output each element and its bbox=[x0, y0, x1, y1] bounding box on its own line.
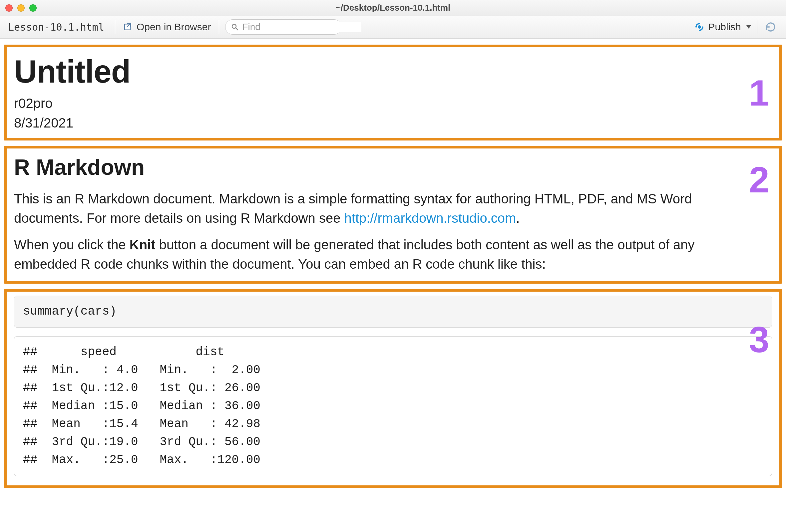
refresh-button[interactable] bbox=[763, 20, 778, 33]
section-paragraph-1: This is an R Markdown document. Markdown… bbox=[14, 189, 757, 228]
rmarkdown-link[interactable]: http://rmarkdown.rstudio.com bbox=[344, 211, 516, 225]
find-input[interactable] bbox=[242, 22, 361, 32]
file-name-label: Lesson-10.1.html bbox=[8, 21, 109, 33]
annotation-box-3: 3 summary(cars) ## speed dist ## Min. : … bbox=[4, 289, 782, 488]
code-input-block: summary(cars) bbox=[14, 296, 772, 328]
separator bbox=[219, 20, 219, 33]
separator bbox=[115, 20, 115, 33]
annotation-number-1: 1 bbox=[749, 72, 769, 114]
section-paragraph-2: When you click the Knit button a documen… bbox=[14, 235, 757, 274]
separator bbox=[757, 20, 757, 33]
code-output-block: ## speed dist ## Min. : 4.0 Min. : 2.00 … bbox=[14, 336, 772, 476]
document-date: 8/31/2021 bbox=[14, 116, 772, 130]
document-title: Untitled bbox=[14, 53, 772, 90]
window-titlebar: ~/Desktop/Lesson-10.1.html bbox=[0, 0, 786, 16]
open-in-browser-label: Open in Browser bbox=[137, 21, 211, 33]
viewer-toolbar: Lesson-10.1.html Open in Browser bbox=[0, 16, 786, 39]
document-author: r02pro bbox=[14, 96, 772, 111]
publish-label: Publish bbox=[709, 21, 741, 33]
chevron-down-icon bbox=[746, 25, 751, 29]
svg-line-2 bbox=[236, 28, 238, 30]
annotation-number-2: 2 bbox=[749, 159, 769, 201]
close-window-button[interactable] bbox=[5, 4, 13, 11]
search-icon bbox=[231, 23, 239, 31]
publish-button[interactable]: Publish bbox=[694, 21, 751, 33]
find-box[interactable] bbox=[225, 19, 342, 34]
paragraph-text: . bbox=[516, 211, 519, 225]
maximize-window-button[interactable] bbox=[29, 4, 37, 11]
annotation-box-2: 2 R Markdown This is an R Markdown docum… bbox=[4, 146, 782, 284]
knit-bold: Knit bbox=[130, 237, 156, 252]
section-heading: R Markdown bbox=[14, 154, 772, 180]
svg-point-3 bbox=[698, 25, 701, 29]
annotation-number-3: 3 bbox=[749, 318, 769, 361]
annotation-box-1: 1 Untitled r02pro 8/31/2021 bbox=[4, 45, 782, 141]
paragraph-text: When you click the bbox=[14, 237, 130, 252]
publish-icon bbox=[694, 22, 704, 32]
refresh-icon bbox=[765, 22, 776, 32]
window-title: ~/Desktop/Lesson-10.1.html bbox=[0, 3, 786, 13]
document-preview: 1 Untitled r02pro 8/31/2021 2 R Markdown… bbox=[0, 39, 786, 488]
open-in-browser-button[interactable]: Open in Browser bbox=[121, 20, 213, 34]
minimize-window-button[interactable] bbox=[17, 4, 25, 11]
window-controls bbox=[5, 4, 37, 11]
open-in-browser-icon bbox=[123, 22, 133, 32]
